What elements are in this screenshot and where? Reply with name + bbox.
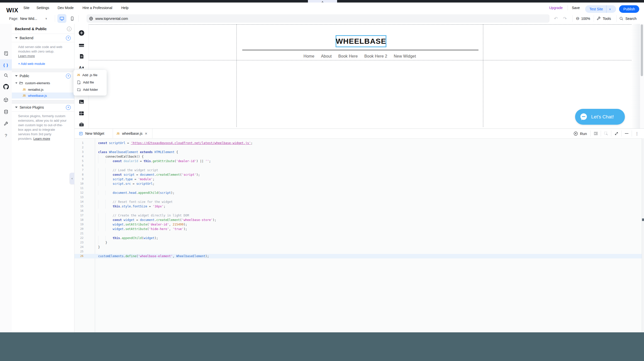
format-code-icon[interactable]	[591, 132, 601, 135]
add-section-button[interactable]	[74, 41, 89, 50]
wix-logo[interactable]: WIX	[6, 7, 18, 14]
zoom-out-icon[interactable]: ⊖	[576, 16, 579, 21]
chevron-expanded-icon[interactable]	[15, 107, 18, 108]
menu-item-add-file[interactable]: Add file	[73, 79, 107, 86]
code-line[interactable]: 10script.src = scriptUrl;	[74, 182, 642, 186]
code-line[interactable]: 17// Create the widget directly in light…	[74, 213, 642, 218]
more-options-icon[interactable]: ⋮	[632, 131, 642, 136]
add-web-module-link[interactable]: + Add web module	[18, 62, 45, 66]
code-line[interactable]: 8const script = document.createElement('…	[74, 172, 642, 177]
add-image-button[interactable]	[74, 98, 89, 106]
selected-logo-element[interactable]: WHEELBASE	[336, 35, 386, 47]
add-layout-button[interactable]	[74, 109, 89, 118]
code-line[interactable]: 24}	[74, 245, 642, 249]
code-line[interactable]: 6	[74, 163, 642, 168]
code-line[interactable]: 18const widget = document.createElement(…	[74, 218, 642, 222]
rail-github-button[interactable]	[0, 81, 12, 92]
chevron-expanded-icon[interactable]	[15, 37, 18, 39]
rail-page-code-button[interactable]	[0, 48, 12, 59]
rail-help-button[interactable]: ?	[0, 130, 12, 141]
code-line[interactable]: 20widget.setAttribute('hide-hero', 'true…	[74, 227, 642, 231]
code-line[interactable]: 22this.appendChild(widget);	[74, 236, 642, 240]
code-line[interactable]: 26customElements.define('wheelbase-eleme…	[74, 254, 642, 258]
publish-button[interactable]: Publish	[619, 5, 639, 13]
service-plugins-section-header[interactable]: Service Plugins +	[12, 103, 74, 111]
rail-search-button[interactable]	[0, 70, 12, 81]
add-backend-file-button[interactable]: +	[66, 36, 71, 40]
code-line[interactable]: 3class WheelbaseElement extends HTMLElem…	[74, 150, 642, 154]
add-text-button[interactable]	[74, 52, 89, 61]
lets-chat-button[interactable]: Let's Chat!	[575, 109, 625, 125]
chevron-down-icon[interactable]: ∨	[607, 8, 614, 11]
site-nav-item[interactable]: New Widget	[394, 54, 416, 59]
expand-panel-icon[interactable]	[611, 132, 621, 136]
menu-help[interactable]: Help	[121, 3, 129, 13]
rail-packages-button[interactable]	[0, 94, 12, 105]
site-nav-item[interactable]: Book Here	[338, 54, 358, 59]
code-editor-content[interactable]: 1const scriptUrl = 'https://d2toxav8qvoo…	[74, 141, 642, 258]
file-row-rentallist[interactable]: JS rentallist.js	[12, 86, 74, 93]
code-line[interactable]: 4connectedCallback() {	[74, 154, 642, 159]
editor-scrollbar[interactable]	[642, 138, 644, 333]
page-selector[interactable]: New Wid...	[20, 13, 37, 24]
tab-wheelbase-js[interactable]: JS wheelbase.js ✕	[113, 129, 152, 138]
code-line[interactable]: 12document.head.appendChild(script);	[74, 191, 642, 195]
menu-hire-a-professional[interactable]: Hire a Professional	[83, 3, 112, 13]
service-learn-more-link[interactable]: Learn more	[33, 137, 50, 141]
canvas-scrollbar-thumb[interactable]	[641, 24, 643, 76]
code-line[interactable]: 7// Load the widget script	[74, 168, 642, 172]
editor-scrollbar-thumb[interactable]	[642, 218, 644, 221]
menu-dev-mode[interactable]: Dev Mode	[58, 3, 74, 13]
chevron-expanded-icon[interactable]	[15, 82, 17, 84]
tab-new-widget[interactable]: New Widget	[75, 129, 113, 138]
folder-row-custom-elements[interactable]: custom-elements	[12, 80, 74, 86]
add-element-button[interactable]	[74, 29, 89, 37]
rail-code-files-button[interactable]: { }	[0, 59, 12, 70]
zoom-control[interactable]: ⊖ 100%	[576, 13, 590, 24]
chevron-expanded-icon[interactable]	[15, 75, 18, 77]
public-section-header[interactable]: Public +	[12, 72, 74, 80]
minimize-panel-icon[interactable]	[622, 133, 632, 134]
test-site-button[interactable]: Test Site ∨	[585, 5, 616, 13]
code-line[interactable]: 16	[74, 209, 642, 213]
menu-item-add-folder[interactable]: Add folder	[73, 86, 107, 93]
upgrade-link[interactable]: Upgrade	[549, 3, 563, 13]
code-line[interactable]: 25	[74, 249, 642, 254]
select-element-icon[interactable]	[601, 131, 611, 136]
add-service-plugin-button[interactable]: +	[66, 105, 71, 110]
add-business-button[interactable]	[74, 120, 89, 129]
code-line[interactable]: 2	[74, 145, 642, 150]
run-button[interactable]: Run	[574, 131, 587, 136]
save-button[interactable]: Save	[572, 3, 580, 13]
menu-item-add-js-file[interactable]: JS Add .js file	[73, 71, 107, 79]
code-line[interactable]: 9script.type = 'module';	[74, 177, 642, 182]
site-divider-line[interactable]	[242, 50, 478, 50]
rail-database-button[interactable]	[0, 106, 12, 117]
code-line[interactable]: 15this.style.fontSize = '16px';	[74, 204, 642, 209]
undo-button[interactable]: ↶	[554, 13, 558, 24]
file-row-wheelbase-selected[interactable]: JS wheelbase.js	[12, 93, 74, 99]
tools-button[interactable]: Tools	[597, 13, 611, 24]
site-url-bar[interactable]: www.toprvrental.com	[87, 14, 549, 23]
code-line[interactable]: 19widget.setAttribute('dealer-id', 21549…	[74, 222, 642, 227]
menu-site[interactable]: Site	[23, 3, 29, 13]
collapse-sidebar-handle[interactable]: ‹	[70, 173, 74, 184]
menu-settings[interactable]: Settings	[36, 3, 49, 13]
close-icon[interactable]: ✕	[145, 132, 147, 136]
code-line[interactable]: 11	[74, 186, 642, 191]
site-nav-item[interactable]: About	[321, 54, 332, 59]
code-line[interactable]: 13	[74, 195, 642, 200]
code-line[interactable]: 14// Reset font-size for the widget	[74, 200, 642, 204]
site-nav-item[interactable]: Home	[303, 54, 314, 59]
chevron-down-icon[interactable]: ∨	[45, 13, 47, 24]
backend-learn-more-link[interactable]: Learn more	[18, 54, 35, 58]
site-nav-item[interactable]: Book Here 2	[364, 54, 387, 59]
backend-section-header[interactable]: Backend +	[12, 34, 74, 42]
info-icon[interactable]: i	[67, 27, 71, 31]
code-line[interactable]: 5const dealerId = this.getAttribute('dea…	[74, 159, 642, 163]
code-line[interactable]: 1const scriptUrl = 'https://d2toxav8qvoo…	[74, 141, 642, 145]
redo-button[interactable]: ↷	[563, 13, 567, 24]
add-public-file-button[interactable]: +	[66, 74, 71, 78]
desktop-view-button[interactable]	[57, 14, 66, 23]
rail-dev-tools-button[interactable]	[0, 118, 12, 129]
